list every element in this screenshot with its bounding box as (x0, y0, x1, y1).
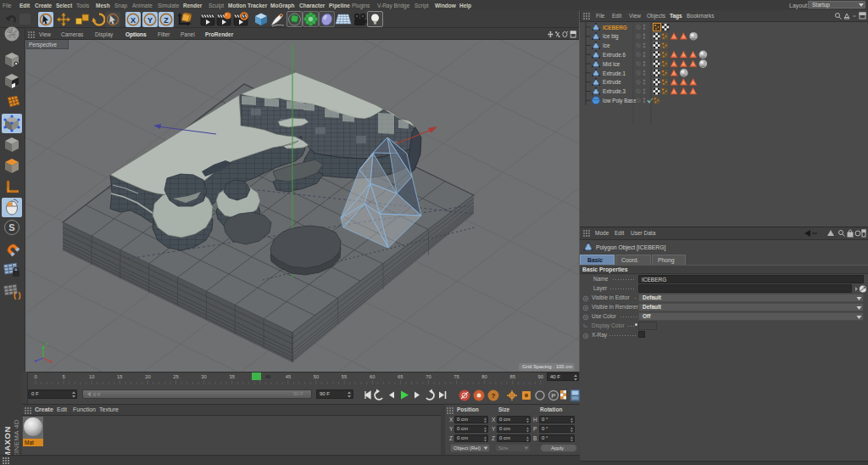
svg-text:CINEMA 4D: CINEMA 4D (13, 419, 20, 458)
svg-text:low Poly Base: low Poly Base (603, 98, 637, 104)
svg-text:80: 80 (481, 374, 487, 379)
svg-text:15: 15 (117, 374, 122, 379)
svg-text:30: 30 (201, 374, 206, 379)
svg-text:ICEBERG: ICEBERG (603, 25, 627, 31)
svg-text:Z: Z (164, 16, 169, 25)
svg-text:25: 25 (173, 374, 178, 379)
svg-text:Extrude: Extrude (603, 79, 621, 85)
svg-text:Ice: Ice (603, 42, 610, 48)
svg-text:5: 5 (62, 374, 64, 379)
svg-text:0 F: 0 F (93, 392, 101, 397)
svg-text:65: 65 (398, 374, 403, 379)
svg-text:Extrude.6: Extrude.6 (603, 52, 626, 58)
svg-text:35: 35 (229, 374, 234, 379)
svg-text:Ice big: Ice big (603, 33, 619, 40)
svg-text:P: P (551, 392, 556, 400)
svg-text:85: 85 (509, 374, 515, 379)
svg-text:45: 45 (286, 374, 291, 379)
svg-text:MAXON: MAXON (3, 426, 12, 458)
svg-text:40: 40 (265, 374, 270, 379)
svg-text:75: 75 (453, 374, 459, 379)
svg-text:0: 0 (34, 374, 36, 379)
svg-text:50: 50 (314, 374, 319, 379)
svg-text:Y: Y (147, 16, 153, 25)
svg-text:Extrude.1: Extrude.1 (603, 70, 626, 76)
svg-text:10: 10 (89, 374, 94, 379)
svg-text:60: 60 (370, 374, 375, 379)
svg-text:Mid Ice: Mid Ice (603, 61, 620, 67)
svg-text:Y: Y (45, 342, 48, 347)
svg-text:20: 20 (145, 374, 150, 379)
svg-text:X: X (131, 16, 136, 25)
svg-text:90: 90 (538, 374, 543, 379)
svg-text:70: 70 (426, 374, 431, 379)
svg-text:Extrude.3: Extrude.3 (603, 88, 626, 94)
svg-text:( ): ( ) (14, 291, 21, 300)
svg-text:55: 55 (342, 374, 347, 379)
svg-text:S: S (8, 222, 14, 232)
svg-text:?: ? (492, 392, 496, 400)
